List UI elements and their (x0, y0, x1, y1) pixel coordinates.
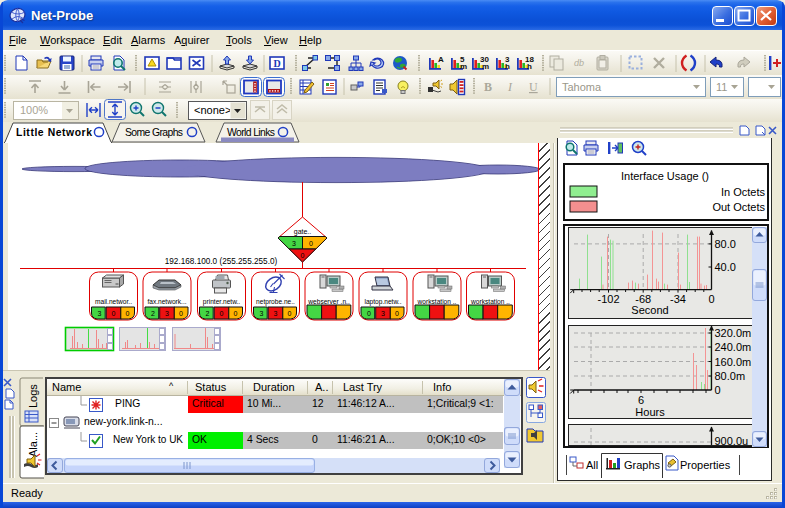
svg-text:Ala...: Ala... (27, 432, 39, 457)
svg-text:fax.network...: fax.network... (147, 298, 186, 305)
svg-text:0: 0 (220, 310, 224, 317)
svg-text:40.0: 40.0 (715, 261, 736, 273)
svg-text:240.0m: 240.0m (715, 341, 752, 353)
svg-text:h: h (505, 62, 510, 71)
svg-text:80.0: 80.0 (715, 238, 736, 250)
svg-text:U: U (529, 80, 538, 94)
svg-text:0: 0 (367, 310, 371, 317)
svg-text:World Links: World Links (227, 127, 275, 138)
svg-text:2: 2 (206, 310, 210, 317)
svg-text:printer.netw..: printer.netw.. (203, 298, 241, 306)
svg-text:0: 0 (179, 310, 183, 317)
svg-text:m: m (482, 62, 489, 71)
svg-text:3: 3 (381, 310, 385, 317)
svg-text:0: 0 (715, 384, 721, 396)
svg-text:80.0m: 80.0m (715, 370, 746, 382)
svg-text:db: db (574, 58, 584, 68)
svg-text:laptop.netw..: laptop.netw.. (364, 298, 401, 306)
svg-text:Second: Second (631, 304, 668, 316)
svg-text:A: A (438, 55, 444, 64)
svg-text:2: 2 (151, 310, 155, 317)
svg-text:3: 3 (260, 310, 264, 317)
svg-text:Graphs: Graphs (624, 459, 661, 471)
svg-text:B: B (484, 80, 492, 94)
svg-text:-34: -34 (670, 293, 686, 305)
svg-text:900.0u: 900.0u (715, 435, 749, 447)
svg-text:netprobe.ne..: netprobe.ne.. (256, 298, 295, 306)
svg-text:Some Graphs: Some Graphs (125, 127, 183, 138)
svg-text:0: 0 (395, 310, 399, 317)
svg-text:All: All (586, 459, 598, 471)
svg-text:0: 0 (126, 310, 130, 317)
svg-text:320.0m: 320.0m (715, 327, 752, 339)
svg-text:-102: -102 (597, 293, 619, 305)
svg-text:0: 0 (288, 310, 292, 317)
svg-text:0: 0 (234, 310, 238, 317)
svg-text:3: 3 (165, 310, 169, 317)
svg-text:Properties: Properties (680, 459, 731, 471)
svg-text:Logs: Logs (27, 384, 39, 408)
svg-text:3: 3 (274, 310, 278, 317)
svg-text:192.168.100.0 (255.255.255.0): 192.168.100.0 (255.255.255.0) (165, 257, 278, 266)
svg-text:I: I (507, 80, 513, 94)
svg-text:Out Octets: Out Octets (712, 201, 765, 213)
svg-text:3: 3 (292, 240, 296, 247)
svg-text:m: m (460, 62, 467, 71)
svg-text:3: 3 (98, 310, 102, 317)
svg-text:h: h (527, 62, 532, 71)
svg-text:workstation ..: workstation .. (470, 298, 510, 305)
svg-text:0: 0 (309, 240, 313, 247)
svg-text:In Octets: In Octets (721, 186, 766, 198)
svg-text:160.0m: 160.0m (715, 356, 752, 368)
svg-text:gate..: gate.. (294, 228, 312, 236)
svg-text:0: 0 (708, 293, 714, 305)
svg-text:mail.networ..: mail.networ.. (95, 298, 132, 305)
svg-text:Little Network: Little Network (16, 127, 92, 138)
svg-text:Hours: Hours (635, 406, 665, 418)
svg-text:0: 0 (112, 310, 116, 317)
svg-text:webserver .n..: webserver .n.. (307, 298, 350, 305)
svg-text:0: 0 (301, 252, 305, 259)
svg-text:D: D (273, 58, 280, 69)
svg-text:Interface Usage (): Interface Usage () (621, 170, 709, 182)
svg-text:6: 6 (638, 394, 644, 406)
svg-text:workstation ..: workstation .. (417, 298, 457, 305)
